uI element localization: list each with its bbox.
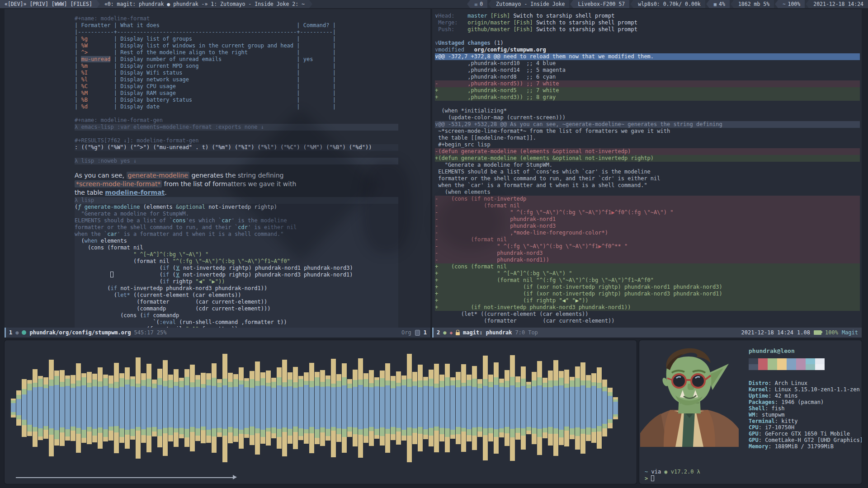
waveform-segment bbox=[65, 429, 70, 436]
waveform-segment bbox=[515, 382, 520, 387]
text-segment: | bbox=[333, 36, 336, 42]
waveform-bar bbox=[363, 373, 368, 443]
org-buffer-window[interactable]: #+name: modeline-format| Formatter | Wha… bbox=[5, 9, 430, 328]
waveform-segment bbox=[467, 375, 472, 380]
magit-line: + ,phundrak-nord3)) ;; 8 gray bbox=[435, 94, 860, 101]
magit-buffer-window[interactable]: ∨Head: master [Fish] Switch to starship … bbox=[432, 9, 862, 328]
shell-prompt[interactable]: ~ via ◉ v17.2.0 λ> bbox=[645, 469, 700, 482]
text-segment: | bbox=[333, 42, 336, 49]
text-segment: Switch to starship shell prompt bbox=[536, 26, 637, 33]
waveform-segment bbox=[217, 432, 222, 437]
waveform-segment bbox=[575, 378, 580, 387]
waveform-segment bbox=[401, 375, 406, 380]
waveform-segment bbox=[282, 432, 287, 456]
magit-line: ,phundrak-nord14 ;; 5 magenta bbox=[435, 67, 860, 74]
waveform-segment bbox=[326, 436, 330, 441]
text-segment: ^f0^(:fg \"~A\") " bbox=[614, 209, 673, 216]
buffer-state-dot-icon: ● bbox=[15, 329, 19, 336]
group-list[interactable]: «[DEV]» [PRIV] [WWW] [FILES] bbox=[0, 0, 97, 8]
waveform-segment bbox=[130, 436, 135, 440]
info-label: WM bbox=[749, 412, 755, 418]
waveform-segment bbox=[239, 367, 244, 380]
waveform-bar bbox=[597, 367, 602, 449]
waveform-segment bbox=[277, 367, 282, 377]
magit-line: (update-color-map (current-screen))) bbox=[435, 114, 860, 121]
fetch-output: phundrak@leon Distro: Arch LinuxKernel: … bbox=[749, 347, 859, 450]
waveform-bar bbox=[288, 372, 292, 444]
waveform-segment bbox=[439, 381, 444, 387]
waveform-segment bbox=[320, 370, 325, 382]
text-segment: (1) bbox=[491, 40, 504, 46]
waveform-segment bbox=[499, 383, 504, 387]
info-separator: : bbox=[775, 399, 781, 405]
info-value: 1889MiB / 31799MiB bbox=[775, 443, 834, 450]
text-segment: | bbox=[333, 49, 336, 56]
text-segment: - " ^(:fg \"~A\")^(:bg \"~A\")^f1 bbox=[435, 209, 611, 216]
text-segment: Formatter bbox=[81, 22, 113, 28]
visualizer-terminal-window[interactable] bbox=[5, 340, 637, 484]
waveform-segment bbox=[483, 428, 488, 435]
magit-line[interactable]: ∨@@ -531,29 +532,28 @@ As you can see, ~… bbox=[435, 121, 860, 128]
magit-line[interactable]: ∨Head: master [Fish] Switch to starship … bbox=[435, 13, 860, 19]
waveform-segment bbox=[43, 426, 48, 430]
magit-line[interactable]: ∨modified org/config/stumpwm.org bbox=[435, 47, 860, 53]
modeline-right-group: Org 1 bbox=[401, 329, 427, 336]
text-segment: What it does bbox=[120, 22, 297, 28]
waveform-segment bbox=[407, 436, 412, 462]
waveform-segment bbox=[157, 378, 162, 385]
magit-line: -(defun generate-modeline (elements &opt… bbox=[435, 148, 860, 155]
waveform-bar bbox=[98, 367, 103, 449]
load-average: 1.08 bbox=[797, 329, 810, 336]
waveform-segment bbox=[342, 429, 347, 437]
waveform-segment bbox=[499, 379, 504, 383]
waveform-segment bbox=[266, 371, 271, 383]
waveform-segment bbox=[586, 435, 591, 441]
waveform-segment bbox=[228, 387, 233, 427]
waveform-segment bbox=[331, 427, 336, 431]
waveform-segment bbox=[412, 372, 417, 381]
fetch-terminal-window[interactable]: phundrak@leon Distro: Arch LinuxKernel: … bbox=[639, 340, 862, 484]
waveform-bar bbox=[510, 355, 515, 461]
waveform-bar bbox=[315, 372, 320, 444]
magit-line: the table [[modeline-format]]. bbox=[435, 135, 860, 141]
window-list[interactable]: «0: magit: phundrak ● phundrak -» 1: Zut… bbox=[100, 0, 309, 8]
text-segment: ( bbox=[75, 278, 163, 285]
text-segment: @@ -372,7 +372,8 @@ need to reload them … bbox=[438, 53, 654, 60]
waveform-segment bbox=[168, 388, 173, 427]
palette-swatch bbox=[749, 358, 758, 364]
waveform-bar bbox=[456, 372, 461, 444]
cursor-position: 545:17 bbox=[134, 329, 153, 336]
waveform-segment bbox=[537, 429, 542, 437]
text-segment: (elements bbox=[140, 204, 176, 210]
text-segment: | bbox=[297, 22, 303, 28]
waveform-segment bbox=[488, 428, 493, 433]
waveform-segment bbox=[445, 428, 450, 437]
waveform-segment bbox=[125, 380, 130, 385]
magit-line[interactable]: ∨Unstaged changes (1) bbox=[435, 40, 860, 47]
text-segment: | bbox=[333, 90, 336, 96]
org-link[interactable]: modeline-format bbox=[105, 189, 165, 196]
waveform-segment bbox=[608, 392, 613, 396]
waveform-segment bbox=[190, 387, 195, 427]
waveform-segment bbox=[136, 357, 141, 384]
magit-line[interactable]: ∨@@ -372,7 +372,8 @@ need to reload them… bbox=[435, 53, 860, 60]
palette-swatch bbox=[787, 358, 796, 364]
waveform-bar bbox=[532, 372, 537, 444]
text-segment: | bbox=[297, 36, 303, 42]
waveform-bar bbox=[168, 375, 173, 441]
text-segment: ( bbox=[170, 265, 176, 271]
org-line: λ lisp :noweb yes ↓ bbox=[75, 158, 398, 164]
text-segment bbox=[303, 70, 333, 76]
text-segment: | bbox=[75, 56, 81, 62]
waveform-segment bbox=[445, 377, 450, 386]
waveform-segment bbox=[477, 384, 482, 388]
org-line: (cons (format nil bbox=[75, 244, 398, 251]
text-segment: | bbox=[297, 103, 303, 110]
waveform-segment bbox=[184, 369, 189, 377]
text-segment: )) bbox=[582, 297, 588, 304]
text-segment bbox=[303, 36, 333, 42]
org-line: λ emacs-lisp :var elements=modeline-form… bbox=[75, 124, 398, 131]
text-segment: Display current MPD song bbox=[120, 63, 297, 69]
text-segment: | bbox=[114, 22, 120, 28]
waveform-segment bbox=[81, 430, 86, 438]
